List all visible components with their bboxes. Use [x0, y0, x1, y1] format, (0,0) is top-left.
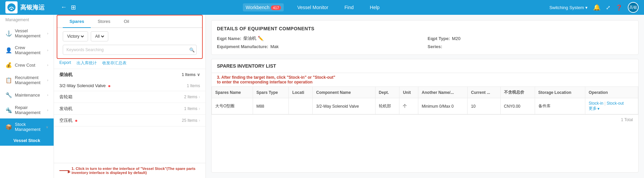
help-icon[interactable]: ❓: [616, 4, 622, 11]
manufacture-label: Equipment Manufacture:: [217, 44, 268, 49]
list-item-1[interactable]: 齿轮箱 2 Items ›: [54, 91, 205, 103]
list-item-2[interactable]: 发动机 1 Items ›: [54, 103, 205, 115]
table-body: 大号O型圈 M88 3/2-Way Solenoid Valve 轮机部 个 M…: [212, 98, 638, 114]
sidebar-item-vessel-management[interactable]: ⚓ Vessel Management ›: [0, 25, 54, 42]
wrench-icon: 🔧: [5, 92, 12, 98]
inventory-table: Spares Name Spars Type Locati Component …: [212, 86, 638, 114]
col-tax-price: 不含税总价: [500, 87, 535, 98]
sidebar-label-stock: Stock Management: [15, 122, 43, 132]
sidebar-label-maintenance: Maintenance: [15, 93, 40, 98]
search-icon[interactable]: 🔍: [189, 47, 195, 52]
content-area: Spares Stores Oil Victory: [54, 15, 644, 178]
summary-link[interactable]: 收发存汇总表: [102, 60, 127, 66]
stock-out-button[interactable]: Stock-out: [607, 101, 624, 106]
chevron-right-icon4: ›: [47, 78, 48, 82]
left-panel: Spares Stores Oil Victory: [54, 15, 206, 178]
more-link[interactable]: 更多 ▾: [589, 106, 635, 111]
filter-border: Spares Stores Oil Victory: [57, 15, 203, 59]
stock-in-button[interactable]: Stock-in: [589, 101, 603, 106]
sidebar-item-crew-management[interactable]: 👤 Crew Management ›: [0, 42, 54, 59]
inventory-title: SPARES INVENTORY LIST: [212, 59, 638, 73]
annotation-1: ► 1. Click in turn to enter the interfac…: [54, 163, 205, 178]
cell-spars-type: M88: [253, 98, 289, 114]
money-icon: 💰: [5, 62, 12, 68]
search-wrap: 🔍: [63, 45, 197, 55]
type-dropdown[interactable]: All: [94, 34, 105, 39]
sidebar-item-crew-cost[interactable]: 💰 Crew Cost ›: [0, 59, 54, 72]
sidebar-item-maintenance[interactable]: 🔧 Maintenance ›: [0, 88, 54, 102]
topnav-center: Workbench417 Vessel Monitor Find Help: [84, 3, 541, 11]
cell-dept: 轮机部: [375, 98, 399, 114]
cell-operation: Stock-in | Stock-out 更多 ▾: [585, 98, 638, 114]
item-dot-3: [75, 120, 77, 122]
chevron-down-icon: ▾: [585, 5, 588, 10]
back-icon[interactable]: ←: [61, 4, 67, 11]
bell-icon[interactable]: 🔔: [593, 4, 600, 11]
eqpt-type-row: Eqpt Type: M20: [428, 35, 633, 41]
list-count: 1 Items ∨: [182, 72, 200, 77]
filter-row: Victory All: [57, 28, 202, 45]
logo-icon: [5, 1, 18, 13]
vessel-stock-button[interactable]: Vessel Stock: [0, 135, 54, 146]
tab-spares[interactable]: Spares: [63, 15, 91, 28]
cell-unit: 个: [399, 98, 418, 114]
sidebar-item-repair[interactable]: 🔩 Repair Management ›: [0, 102, 54, 118]
switching-system[interactable]: Switching System ▾: [549, 5, 588, 10]
chevron-down-icon4: ▾: [597, 106, 599, 111]
edit-icon[interactable]: ✏️: [258, 36, 263, 41]
chevron-right-icon: ›: [47, 32, 48, 35]
col-spares-name: Spares Name: [212, 87, 253, 98]
sidebar-group-management: Management: [0, 15, 54, 25]
sidebar-label-crew: Crew Management: [15, 45, 45, 55]
vessel-select[interactable]: Victory: [63, 31, 88, 41]
cell-location: [289, 98, 313, 114]
list-group-name: 柴油机: [59, 72, 73, 78]
search-input[interactable]: [63, 45, 197, 55]
cell-storage: 备件库: [535, 98, 585, 114]
list-item-right-3: 25 Items ›: [182, 118, 200, 123]
sidebar-item-stock-management[interactable]: 📦 Stock Management ∨: [0, 118, 54, 135]
expand-icon[interactable]: ⤢: [606, 4, 610, 11]
list-item-0[interactable]: 3/2-Way Solenoid Valve 1 Items: [54, 80, 205, 91]
vessel-dropdown[interactable]: Victory: [66, 34, 85, 39]
eqpt-name-label: Eqpt Name:: [217, 36, 241, 41]
nav-find[interactable]: Find: [342, 3, 356, 11]
annotation-3: 3. After finding the target item, click …: [212, 73, 638, 86]
cell-tax-price: CNY0.00: [500, 98, 535, 114]
logo-text: 高银海运: [20, 3, 45, 11]
col-current: Current ...: [468, 87, 501, 98]
col-another-name: Another Name/...: [418, 87, 468, 98]
inventory-section: SPARES INVENTORY LIST 3. After finding t…: [211, 59, 639, 173]
action-row: Export 出入库统计 收发存汇总表: [54, 59, 205, 69]
chevron-down-icon3: ∨: [197, 72, 200, 77]
tab-stores[interactable]: Stores: [91, 15, 117, 28]
chevron-right-icon2: ›: [47, 48, 48, 52]
home-icon[interactable]: ⊞: [71, 4, 76, 11]
avatar[interactable]: 高银: [628, 2, 639, 13]
logo: 高银海运: [5, 1, 53, 13]
export-link[interactable]: Export: [59, 60, 71, 66]
sidebar-item-recruitment[interactable]: 📋 Recruitment Management ›: [0, 72, 54, 88]
list-item-name-2: 发动机: [59, 106, 73, 112]
repair-icon: 🔩: [5, 107, 12, 113]
list-item-3[interactable]: 空压机 25 Items ›: [54, 115, 205, 127]
tabs-row: Spares Stores Oil: [57, 15, 202, 28]
cell-spares-name: 大号O型圈: [212, 98, 253, 114]
sidebar-label-crew-cost: Crew Cost: [15, 63, 35, 68]
nav-workbench[interactable]: Workbench417: [243, 3, 284, 11]
col-storage: Storage Location: [535, 87, 585, 98]
list-item-name-0: 3/2-Way Solenoid Valve: [59, 83, 110, 88]
topnav-right: Switching System ▾ 🔔 ⤢ ❓ 高银: [549, 2, 639, 13]
sidebar-label-repair: Repair Management: [15, 105, 45, 115]
inout-stats-link[interactable]: 出入库统计: [77, 60, 97, 66]
tab-oil[interactable]: Oil: [117, 15, 136, 28]
stock-icon: 📦: [5, 124, 12, 130]
chevron-right-icon7: ›: [199, 95, 200, 99]
nav-vessel-monitor[interactable]: Vessel Monitor: [295, 3, 331, 11]
nav-help[interactable]: Help: [367, 3, 382, 11]
chevron-right-icon5: ›: [47, 93, 48, 97]
sidebar-label-recruitment: Recruitment Management: [15, 75, 45, 85]
type-select[interactable]: All: [91, 31, 108, 41]
list-item-right-2: 1 Items ›: [184, 106, 200, 111]
topnav: 高银海运 ← ⊞ Workbench417 Vessel Monitor Fin…: [0, 0, 644, 15]
